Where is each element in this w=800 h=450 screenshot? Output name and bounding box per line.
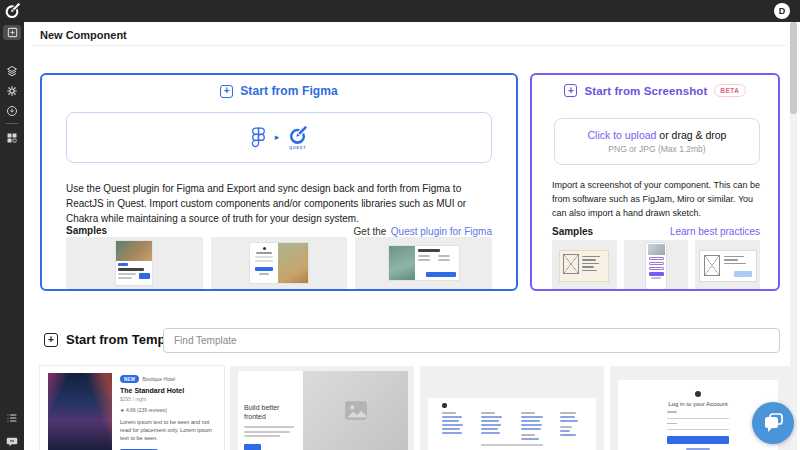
beta-badge: BETA: [714, 84, 745, 97]
mobile-form-mock: [646, 243, 666, 289]
figma-sample-thumbs: [66, 237, 492, 289]
import-icon: [6, 105, 18, 117]
start-from-figma-card[interactable]: + Start from Figma ▸: [40, 73, 518, 291]
hero-image-placeholder: [303, 371, 408, 450]
template-hotel-card[interactable]: NEW Boutique Hotel The Standard Hotel $2…: [40, 366, 224, 450]
footer-copyright-bar: [481, 444, 543, 446]
sidebar-item-layers[interactable]: [0, 63, 24, 79]
login-title: Log in to your Account: [668, 401, 727, 407]
main-content: New Component + Start from Figma ▸: [24, 22, 800, 450]
sidebar-item-import[interactable]: [0, 103, 24, 119]
hotel-price: $295 / night: [120, 396, 218, 402]
hotel-description: Lorem ipsum text to be seen and not read…: [120, 418, 218, 442]
hotel-category: Boutique Hotel: [142, 376, 175, 382]
plus-box-icon: +: [44, 333, 58, 347]
screenshot-samples-row: Samples Learn best practices: [552, 226, 760, 237]
screenshot-card-title: Start from Screenshot: [584, 85, 707, 97]
sidebar: [0, 22, 24, 450]
figma-card-title-row: + Start from Figma: [42, 84, 516, 98]
plus-square-icon: [7, 27, 18, 38]
footer-logo: [442, 403, 447, 408]
login-button-bar: [667, 436, 729, 444]
page-title: New Component: [40, 29, 127, 41]
login-logo: [695, 391, 701, 397]
upload-rest: or drag & drop: [659, 129, 726, 141]
find-template-input[interactable]: [163, 328, 780, 353]
quest-plugin-link[interactable]: Quest plugin for Figma: [391, 226, 492, 237]
chat-widget-button[interactable]: [752, 402, 794, 444]
quest-logo-blue: QUEST: [288, 126, 307, 150]
list-icon: [6, 412, 18, 424]
quest-logo-icon: [4, 3, 20, 19]
sidebar-item-new-component[interactable]: [3, 25, 21, 40]
quest-caption: QUEST: [289, 146, 306, 150]
hotel-title: The Standard Hotel: [120, 387, 218, 394]
sidebar-item-feedback[interactable]: [0, 434, 24, 450]
figma-card-description: Use the Quest plugin for Figma and Expor…: [66, 181, 492, 226]
hero-text-panel: Build better fronted: [238, 371, 303, 450]
plus-box-icon: +: [220, 85, 233, 98]
image-placeholder-icon: [341, 398, 371, 424]
start-from-screenshot-card[interactable]: + Start from Screenshot BETA Click to up…: [530, 73, 780, 291]
figma-sample-property-card[interactable]: [66, 237, 203, 289]
user-avatar[interactable]: D: [774, 3, 790, 19]
screenshot-card-title-row: + Start from Screenshot BETA: [532, 84, 778, 97]
star-icon: ★: [120, 407, 124, 413]
property-card-mock: [116, 241, 152, 285]
template-hero-section[interactable]: Build better fronted: [230, 366, 414, 450]
hero-title: Build better fronted: [244, 403, 297, 421]
screenshot-card-description: Import a screenshot of your component. T…: [552, 178, 760, 220]
header-divider: [32, 45, 786, 46]
template-footer-links[interactable]: [420, 366, 604, 450]
figma-to-quest-box: ▸ QUEST: [66, 112, 492, 163]
arrow-right-icon: ▸: [275, 133, 280, 142]
template-thumbnails-row: NEW Boutique Hotel The Standard Hotel $2…: [40, 366, 794, 450]
screenshot-sample-wireframe[interactable]: [695, 240, 760, 291]
hero-cta-button: [244, 444, 261, 450]
avatar-initial: D: [779, 6, 786, 16]
upload-hint: PNG or JPG (Max 1.2mb): [608, 144, 705, 154]
gear-icon: [6, 85, 18, 97]
sidebar-item-changelog[interactable]: [0, 410, 24, 426]
screenshot-sample-sketch[interactable]: [552, 240, 617, 291]
samples-label: Samples: [66, 225, 107, 236]
figma-sample-login-page[interactable]: [211, 237, 348, 289]
footer-mock-panel: [428, 398, 596, 450]
figma-logo-icon: [251, 127, 266, 149]
quest-glyph-icon: [288, 126, 307, 145]
app-window: D: [0, 0, 800, 450]
hotel-rating: ★ 4.69 (239 reviews): [120, 407, 218, 413]
checkout-form-mock: [389, 246, 459, 280]
login-page-mock: [250, 243, 308, 283]
figma-card-title: Start from Figma: [240, 84, 338, 98]
upload-dropzone[interactable]: Click to upload or drag & drop PNG or JP…: [554, 118, 760, 165]
screenshot-sample-thumbs: [552, 240, 760, 291]
layers-icon: [6, 65, 18, 77]
upload-link[interactable]: Click to upload: [588, 129, 657, 141]
sidebar-item-components[interactable]: [0, 130, 24, 146]
wireframe-mock: [700, 251, 756, 281]
sidebar-divider: [6, 123, 18, 124]
sidebar-item-settings[interactable]: [0, 83, 24, 99]
hotel-photo: [48, 373, 112, 450]
chat-bubble-icon: [6, 436, 18, 448]
figma-sample-checkout-form[interactable]: [355, 237, 492, 289]
screenshot-sample-mobile-form[interactable]: [624, 240, 689, 291]
plus-box-icon: +: [564, 84, 577, 97]
new-badge: NEW: [120, 375, 139, 383]
best-practices-link[interactable]: Learn best practices: [670, 226, 760, 237]
hotel-card-body: NEW Boutique Hotel The Standard Hotel $2…: [120, 375, 218, 450]
hand-sketch-mock: [560, 251, 608, 281]
scrollbar-thumb[interactable]: [790, 22, 797, 114]
top-bar: D: [0, 0, 800, 22]
chat-widget-icon: [761, 411, 785, 435]
grid-icon: [6, 132, 18, 144]
samples-label: Samples: [552, 226, 593, 237]
